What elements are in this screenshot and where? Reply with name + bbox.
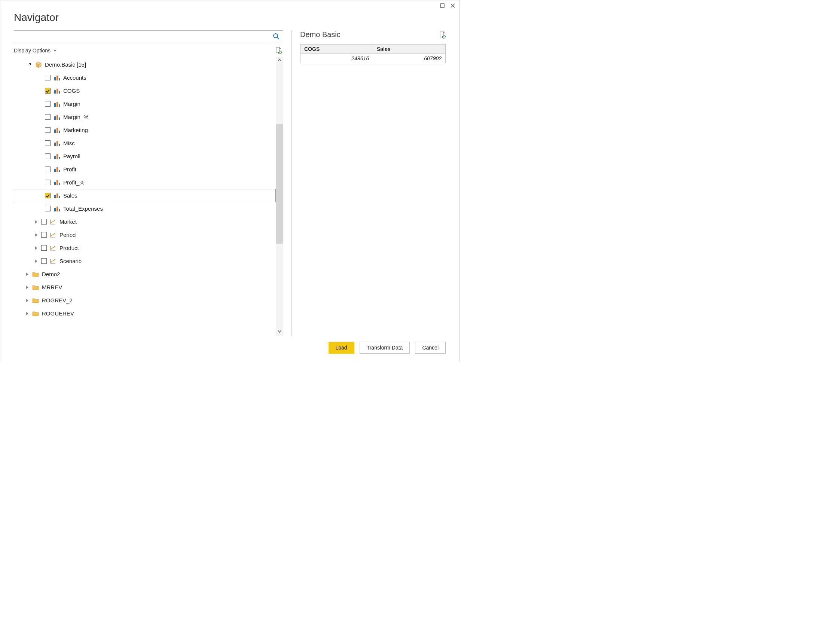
tree-measure-cogs[interactable]: COGS <box>14 84 276 97</box>
tree-scrollbar[interactable] <box>276 57 283 336</box>
navigator-tree[interactable]: Demo.Basic [15]AccountsCOGSMarginMargin_… <box>14 57 276 336</box>
bar-chart-icon <box>54 153 60 160</box>
preview-cell: 249616 <box>300 54 373 63</box>
expand-icon[interactable] <box>34 220 38 224</box>
checkbox[interactable] <box>45 101 51 107</box>
svg-rect-13 <box>57 102 58 107</box>
expand-icon[interactable] <box>25 312 29 316</box>
svg-rect-6 <box>54 77 56 80</box>
tree-item-label: Margin_% <box>63 114 89 120</box>
tree-item-label: Demo.Basic [15] <box>45 61 86 68</box>
bar-chart-icon <box>54 192 60 199</box>
maximize-icon[interactable] <box>438 2 446 10</box>
tree-item-label: Total_Expenses <box>63 205 103 212</box>
tree-item-label: Margin <box>63 101 80 107</box>
tree-folder-rogrev_2[interactable]: ROGREV_2 <box>14 294 276 307</box>
tree-item-label: Sales <box>63 192 77 199</box>
svg-rect-26 <box>59 157 60 159</box>
svg-rect-20 <box>59 130 60 133</box>
tree-measure-margin_%[interactable]: Margin_% <box>14 110 276 124</box>
tree-measure-margin[interactable]: Margin <box>14 97 276 110</box>
bar-chart-icon <box>54 74 60 81</box>
expand-icon[interactable] <box>25 273 29 276</box>
svg-rect-18 <box>54 129 56 133</box>
expand-icon[interactable] <box>34 259 38 263</box>
tree-measure-accounts[interactable]: Accounts <box>14 71 276 84</box>
checkbox[interactable] <box>45 75 51 80</box>
svg-rect-31 <box>57 180 58 185</box>
checkbox[interactable] <box>45 127 51 133</box>
scroll-down-icon[interactable] <box>277 329 282 334</box>
expand-icon[interactable] <box>34 233 38 237</box>
svg-rect-17 <box>59 118 60 120</box>
tree-item-label: Market <box>60 219 77 225</box>
checkbox[interactable] <box>41 232 47 238</box>
cancel-button[interactable]: Cancel <box>415 342 446 354</box>
tree-item-label: Demo2 <box>42 271 60 277</box>
svg-point-3 <box>274 34 278 38</box>
bar-chart-icon <box>54 166 60 173</box>
cube-icon <box>35 61 42 68</box>
scroll-up-icon[interactable] <box>277 58 282 63</box>
tree-measure-profit_%[interactable]: Profit_% <box>14 176 276 189</box>
expand-icon[interactable] <box>25 299 29 302</box>
transform-data-button[interactable]: Transform Data <box>360 342 410 354</box>
search-box[interactable] <box>14 30 283 43</box>
search-input[interactable] <box>17 31 273 42</box>
tree-item-label: COGS <box>63 87 80 94</box>
tree-measure-sales[interactable]: Sales <box>14 189 276 202</box>
checkbox[interactable] <box>45 167 51 172</box>
collapse-icon[interactable] <box>28 63 32 66</box>
expand-icon[interactable] <box>34 246 38 250</box>
preview-col-sales: Sales <box>373 44 446 54</box>
checkbox[interactable] <box>45 193 51 198</box>
checkbox[interactable] <box>41 245 47 251</box>
titlebar <box>0 0 459 11</box>
tree-folder-demo2[interactable]: Demo2 <box>14 268 276 281</box>
tree-dimension-period[interactable]: Period <box>14 228 276 241</box>
tree-item-label: Accounts <box>63 74 86 81</box>
display-options-dropdown[interactable]: Display Options <box>14 48 57 54</box>
tree-folder-mrrev[interactable]: MRREV <box>14 281 276 294</box>
tree-measure-payroll[interactable]: Payroll <box>14 150 276 163</box>
svg-rect-10 <box>57 89 58 94</box>
tree-item-label: Period <box>60 232 76 238</box>
checkbox[interactable] <box>41 258 47 264</box>
checkbox[interactable] <box>41 219 47 224</box>
tree-measure-marketing[interactable]: Marketing <box>14 124 276 136</box>
checkbox[interactable] <box>45 179 51 185</box>
preview-table: COGSSales249616607902 <box>300 44 446 63</box>
checkbox[interactable] <box>45 114 51 120</box>
refresh-preview-icon[interactable] <box>275 47 282 54</box>
refresh-data-icon[interactable] <box>439 31 446 38</box>
checkbox[interactable] <box>45 140 51 146</box>
search-icon[interactable] <box>273 32 280 41</box>
close-icon[interactable] <box>449 2 457 10</box>
load-button[interactable]: Load <box>329 342 354 354</box>
checkbox[interactable] <box>45 88 51 94</box>
svg-rect-19 <box>57 128 58 133</box>
tree-root-demo-basic[interactable]: Demo.Basic [15] <box>14 58 276 71</box>
folder-icon <box>32 284 39 291</box>
svg-rect-11 <box>59 91 60 94</box>
tree-item-label: Scenario <box>60 258 81 264</box>
tree-measure-misc[interactable]: Misc <box>14 136 276 150</box>
expand-icon[interactable] <box>25 285 29 289</box>
tree-folder-roguerev[interactable]: ROGUEREV <box>14 307 276 320</box>
svg-rect-33 <box>54 195 56 198</box>
tree-measure-total_expenses[interactable]: Total_Expenses <box>14 202 276 215</box>
scrollbar-thumb[interactable] <box>276 124 283 244</box>
tree-dimension-product[interactable]: Product <box>14 241 276 255</box>
svg-rect-14 <box>59 104 60 107</box>
tree-dimension-market[interactable]: Market <box>14 215 276 228</box>
bar-chart-icon <box>54 101 60 107</box>
tree-dimension-scenario[interactable]: Scenario <box>14 255 276 268</box>
checkbox[interactable] <box>45 206 51 212</box>
bar-chart-icon <box>54 179 60 186</box>
checkbox[interactable] <box>45 153 51 159</box>
svg-rect-21 <box>54 143 56 146</box>
bar-chart-icon <box>54 87 60 94</box>
svg-rect-15 <box>54 117 56 120</box>
tree-measure-profit[interactable]: Profit <box>14 163 276 176</box>
svg-rect-32 <box>59 183 60 185</box>
